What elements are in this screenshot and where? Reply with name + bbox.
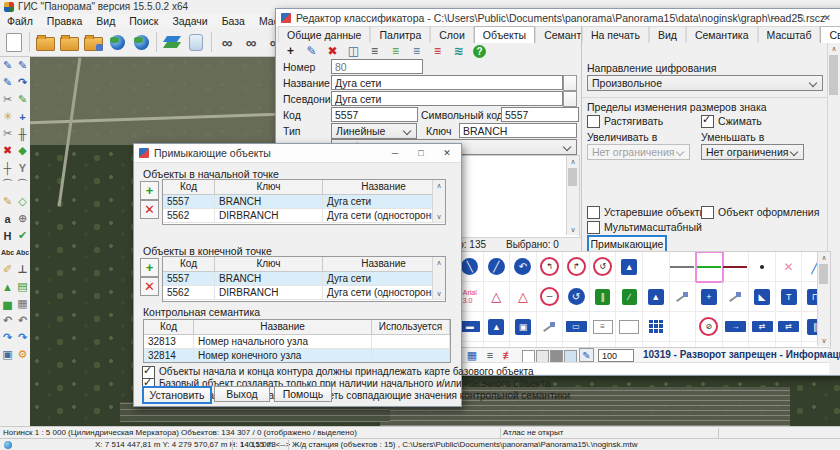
image-tool-icon[interactable]: ▣ [0, 346, 15, 363]
end-add-button[interactable]: + [140, 258, 159, 277]
maximize-button[interactable]: □ [788, 9, 814, 26]
layer-list-icon[interactable] [160, 30, 184, 54]
name-field[interactable] [331, 75, 563, 90]
scroll-thumb[interactable] [819, 264, 828, 284]
scroll-up-icon[interactable]: ∧ [567, 156, 579, 167]
close-button[interactable]: ✕ [434, 144, 460, 161]
marker-tool-icon[interactable]: ✎ [0, 193, 15, 210]
add-object-icon[interactable]: + [280, 43, 301, 59]
symcode-field[interactable] [501, 107, 579, 122]
search-by-name-icon[interactable]: ∞ [239, 30, 263, 54]
exit-button[interactable]: Выход [214, 386, 270, 402]
apply-button[interactable]: Установить [142, 386, 212, 404]
sign-bs[interactable]: Т [776, 282, 803, 312]
fill-tool-icon[interactable]: ✳ [0, 108, 15, 125]
search-icon[interactable]: ∞ [215, 30, 239, 54]
sign-list-view-icon[interactable]: ≡ [482, 348, 498, 362]
table-row[interactable]: 32814Номер конечного узла [144, 349, 450, 363]
key-field[interactable] [459, 123, 577, 138]
text-a-tool-icon[interactable]: a [0, 210, 15, 227]
alias-field[interactable] [331, 91, 563, 106]
column-header-Используется[interactable]: Используется [372, 320, 450, 334]
start-add-button[interactable]: + [140, 181, 159, 200]
scroll-down-icon[interactable]: ∨ [818, 335, 830, 346]
multiscale-checkbox[interactable]: Мультимасштабный [587, 221, 702, 234]
help-icon[interactable]: ? [469, 43, 490, 59]
direction-select[interactable]: Произвольное [587, 75, 823, 91]
menu-Правка[interactable]: Правка [40, 14, 89, 28]
spline-tool-icon[interactable]: ↷ [15, 74, 30, 91]
column-header-Ключ[interactable]: Ключ [215, 180, 323, 194]
scroll-up-icon[interactable]: ∧ [818, 252, 830, 263]
scroll-up-icon[interactable]: ∧ [433, 257, 445, 268]
arc-tool-icon[interactable]: ⌒ [15, 176, 30, 193]
sign-rr[interactable]: ─ [537, 282, 564, 312]
menu-Вид[interactable]: Вид [89, 14, 122, 28]
end-delete-button[interactable]: ✕ [140, 277, 159, 296]
column-header-Название[interactable]: Название [323, 180, 445, 194]
column-header-Название[interactable]: Название [323, 257, 445, 271]
undo-all-icon[interactable]: ↶ [15, 312, 30, 329]
sign-gs[interactable]: ∕ [616, 282, 643, 312]
close-button[interactable]: ✕ [814, 9, 840, 26]
sign-lgreen[interactable] [696, 252, 723, 282]
sign-bsr[interactable]: ⇄ [749, 312, 776, 342]
polygon-tool-icon[interactable]: ◇ [15, 193, 30, 210]
table-row[interactable]: 5562DIRBRANCHДуга сети (односторонняя) [163, 286, 445, 300]
dialog-titlebar[interactable]: Примыкающие объекты ─□✕ [134, 144, 461, 163]
menu-База[interactable]: База [215, 14, 252, 28]
column-header-Код[interactable]: Код [163, 257, 215, 271]
undo-icon[interactable]: ↶ [0, 312, 15, 329]
menu-Задачи[interactable]: Задачи [165, 14, 214, 28]
map-legend-icon[interactable] [184, 30, 208, 54]
sign-bs[interactable]: + [696, 282, 723, 312]
scroll-thumb[interactable] [568, 168, 577, 186]
sign-gs[interactable]: ∥ [590, 282, 617, 312]
sign-bc[interactable]: ↶ [510, 252, 537, 282]
sign-ws[interactable] [616, 312, 643, 342]
check-tool-icon[interactable]: ✔ [15, 227, 30, 244]
number-field[interactable] [331, 59, 423, 74]
obsolete-checkbox[interactable]: Устаревшие объекты [587, 206, 707, 219]
table-row[interactable]: 5557BRANCHДуга сети [163, 195, 445, 209]
sign-zoom-input[interactable] [598, 349, 634, 362]
branch-tool-icon[interactable]: Y [15, 159, 30, 176]
maximize-button[interactable]: □ [408, 144, 434, 161]
abc-tool-icon[interactable]: Abc [0, 244, 15, 261]
table-row[interactable]: 5557BRANCHДуга сети [163, 272, 445, 286]
checkbox-box[interactable] [701, 206, 714, 219]
menu-Файл[interactable]: Файл [0, 14, 40, 28]
table-row[interactable]: 5562DIRBRANCHДуга сети (односторонняя) [163, 209, 445, 223]
tab-Общие данные[interactable]: Общие данные [278, 26, 370, 43]
sign-bsr[interactable]: ⇄ [776, 312, 803, 342]
sign-dot[interactable] [749, 252, 776, 282]
sign-bgrid[interactable] [643, 312, 670, 342]
edit-tool-icon[interactable]: ✎ [0, 57, 15, 74]
table-row[interactable]: 32813Номер начального узла [144, 335, 450, 349]
sign-bs[interactable]: ▣ [510, 312, 537, 342]
edit-tool-icon[interactable]: ✎ [0, 74, 15, 91]
props-tab-Свойства[interactable]: Свойства [820, 26, 840, 43]
edit-tool-icon[interactable]: ✎ [15, 57, 30, 74]
layers-icon[interactable]: ≋ [448, 43, 469, 59]
view-scale[interactable]: 1 : 15 073 [240, 439, 276, 450]
menu-Поиск[interactable]: Поиск [122, 14, 165, 28]
sign-empty[interactable] [643, 252, 670, 282]
scroll-thumb[interactable] [829, 55, 838, 95]
arc-tool-icon[interactable]: ⌒ [0, 176, 15, 193]
code-field[interactable] [331, 107, 418, 122]
sign-lred[interactable] [723, 252, 750, 282]
column-header-Ключ[interactable]: Ключ [215, 257, 323, 271]
start-delete-button[interactable]: ✕ [140, 200, 159, 219]
delete-tool-icon[interactable]: ✖ [0, 142, 15, 159]
list-remove-icon[interactable]: ≡ [427, 43, 448, 59]
props-tab-Масштаб[interactable]: Масштаб [758, 26, 821, 43]
move-tool-icon[interactable]: + [15, 108, 30, 125]
object-list-icon[interactable]: ≡ [364, 43, 385, 59]
sign-rr[interactable]: ↱ [563, 252, 590, 282]
open-database-icon[interactable] [81, 30, 105, 54]
copy-map-icon[interactable] [129, 30, 153, 54]
sign-grid-view-icon[interactable]: ▦ [464, 348, 480, 362]
scissors-tool-icon[interactable]: ✂ [0, 125, 15, 142]
sign-rt[interactable]: △ [484, 282, 511, 312]
